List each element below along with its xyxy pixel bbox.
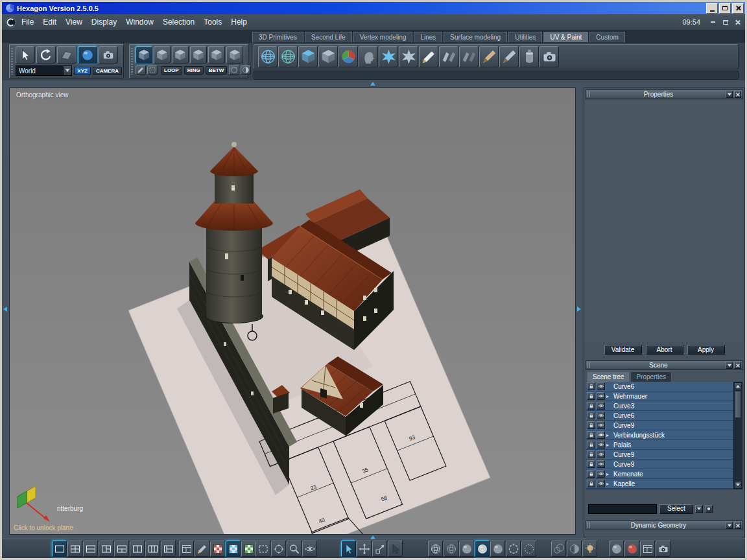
- select-pin-button[interactable]: [705, 505, 713, 513]
- edge-mode-cube-icon[interactable]: [154, 46, 171, 64]
- rollup-panel-button[interactable]: [726, 522, 733, 529]
- select-menu-button[interactable]: [695, 505, 703, 513]
- menu-item[interactable]: Tools: [204, 18, 222, 27]
- select-button[interactable]: Select: [659, 504, 693, 514]
- minimize-button[interactable]: [706, 3, 718, 14]
- expand-arrow-icon[interactable]: ▸: [606, 430, 612, 440]
- visibility-eye-icon[interactable]: [597, 431, 605, 439]
- layout-three-cols-icon[interactable]: [145, 541, 160, 557]
- close-panel-button[interactable]: [734, 522, 741, 529]
- vertex-mode-cube-icon[interactable]: [136, 46, 152, 64]
- ribbon-tab[interactable]: Utilities: [508, 32, 542, 43]
- menu-item[interactable]: Help: [231, 18, 247, 27]
- scene-panel-header[interactable]: Scene: [586, 360, 743, 370]
- paint-tube-icon[interactable]: [519, 46, 539, 67]
- move-tool-icon[interactable]: [357, 541, 372, 557]
- menu-item[interactable]: File: [21, 18, 34, 27]
- abort-button[interactable]: Abort: [646, 345, 683, 355]
- apply-button[interactable]: Apply: [687, 345, 725, 355]
- collapse-toolbar-arrow-icon[interactable]: [370, 82, 375, 86]
- expand-arrow-icon[interactable]: ▸: [606, 469, 612, 479]
- scene-tree-item[interactable]: ▸ Curve6: [586, 411, 733, 421]
- scene-tree[interactable]: ▸ Curve6 ▸ Wehrmauer ▸ Curve3 ▸ C: [586, 382, 733, 489]
- plane-select-icon[interactable]: [57, 46, 77, 64]
- app-minimize-button[interactable]: [708, 18, 718, 27]
- visibility-eye-icon[interactable]: [597, 421, 605, 429]
- visibility-eye-icon[interactable]: [597, 412, 605, 419]
- edit-grid-icon[interactable]: [195, 541, 209, 557]
- texture-red-icon[interactable]: [210, 541, 225, 557]
- close-panel-button[interactable]: [734, 91, 741, 98]
- lock-icon[interactable]: [587, 402, 595, 410]
- visibility-eye-icon[interactable]: [597, 480, 605, 487]
- collapse-right-arrow-icon[interactable]: [577, 307, 581, 312]
- scene-tree-item[interactable]: ▸ Curve6: [586, 382, 733, 391]
- rotate-camera-icon[interactable]: [36, 46, 56, 64]
- xyz-button[interactable]: XYZ: [74, 67, 91, 75]
- app-close-button[interactable]: [733, 18, 742, 27]
- uv-grid-icon[interactable]: [179, 541, 194, 557]
- scene-tree-item[interactable]: ▸ Curve9: [586, 460, 733, 469]
- light-icon[interactable]: [582, 541, 597, 557]
- visibility-eye-icon[interactable]: [597, 382, 605, 390]
- betw-button[interactable]: BETW: [206, 66, 228, 75]
- ribbon-tab[interactable]: 3D Primitives: [252, 32, 303, 43]
- eraser-icon[interactable]: [499, 46, 519, 67]
- titlebar[interactable]: Hexagon Version 2.5.0.5: [2, 2, 745, 14]
- lock-icon[interactable]: [587, 480, 595, 487]
- viewport[interactable]: 50 23 35 93 40 58: [9, 88, 576, 535]
- scene-tree-item[interactable]: ▸ Verbindungsstück: [586, 430, 733, 440]
- select-cursor-icon[interactable]: [16, 46, 35, 64]
- fence-selection-icon[interactable]: [147, 65, 158, 75]
- menu-item[interactable]: Edit: [43, 18, 56, 27]
- rect-select-icon[interactable]: [255, 541, 270, 557]
- close-button[interactable]: [732, 3, 744, 14]
- close-panel-button[interactable]: [734, 362, 741, 369]
- expand-arrow-icon[interactable]: ▸: [606, 479, 612, 489]
- collapse-bottombar-arrow-icon[interactable]: [370, 535, 375, 539]
- unfold-sphere-icon[interactable]: [258, 46, 278, 67]
- unfold-star-icon[interactable]: [379, 46, 398, 67]
- layout-two-rows-icon[interactable]: [83, 541, 98, 557]
- menu-item[interactable]: Selection: [163, 18, 195, 27]
- layout-quad-view-icon[interactable]: [67, 541, 82, 557]
- scene-tree-item[interactable]: ▸ Curve9: [586, 450, 733, 460]
- lock-icon[interactable]: [587, 421, 595, 429]
- visibility-eye-icon[interactable]: [597, 450, 605, 458]
- visibility-eye-icon[interactable]: [597, 392, 605, 400]
- scene-tree-item[interactable]: ▸ Wehrmauer: [586, 391, 733, 401]
- object-mode-cube-icon[interactable]: [190, 46, 207, 64]
- scrollbar-thumb[interactable]: [735, 391, 741, 418]
- ribbon-tab[interactable]: UV & Paint: [543, 32, 588, 43]
- box-unwrap-icon[interactable]: [318, 46, 338, 67]
- rollup-panel-button[interactable]: [726, 91, 733, 98]
- texture-green-icon[interactable]: [241, 541, 256, 557]
- paint-selection-icon[interactable]: [136, 65, 146, 75]
- ribbon-tab[interactable]: Second Life: [305, 32, 352, 43]
- material-sphere-icon[interactable]: [609, 541, 624, 557]
- rollup-panel-button[interactable]: [726, 362, 733, 369]
- layout-wide-split-icon[interactable]: [161, 541, 176, 557]
- ghost-sphere-icon[interactable]: [521, 541, 536, 557]
- chevron-down-icon[interactable]: [63, 66, 71, 75]
- sphere-view-icon[interactable]: [78, 46, 97, 64]
- uv-colors-icon[interactable]: [338, 46, 358, 67]
- grow-selection-icon[interactable]: [229, 65, 239, 75]
- spherical-mapping-icon[interactable]: [278, 46, 298, 67]
- lock-icon[interactable]: [587, 412, 595, 419]
- snapshot-icon[interactable]: [540, 46, 559, 67]
- menu-item[interactable]: Display: [91, 18, 117, 27]
- visibility-eye-icon[interactable]: [597, 441, 605, 449]
- layout-single-view-icon[interactable]: [52, 541, 67, 557]
- scroll-down-arrow-icon[interactable]: [734, 481, 742, 489]
- scene-filter-input[interactable]: [588, 504, 657, 514]
- scene-panel-tab[interactable]: Properties: [630, 371, 672, 382]
- texture-blue-icon[interactable]: [226, 541, 241, 557]
- zoom-icon[interactable]: [287, 541, 302, 557]
- snapshot-camera-icon[interactable]: [656, 541, 670, 557]
- half-selection-icon[interactable]: [241, 65, 251, 75]
- camera-view-icon[interactable]: [99, 46, 118, 64]
- paint-brush-icon[interactable]: [479, 46, 499, 67]
- visibility-eye-icon[interactable]: [597, 470, 605, 478]
- ribbon-tab[interactable]: Custom: [589, 32, 624, 43]
